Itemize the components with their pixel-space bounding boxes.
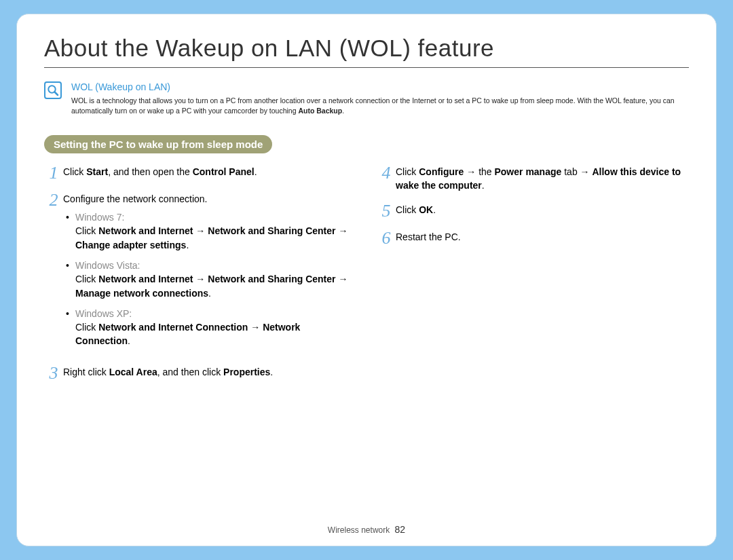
step-number: 3 xyxy=(44,365,63,382)
page-footer: Wireless network 82 xyxy=(17,524,716,535)
step-text: Restart the PC. xyxy=(396,229,689,244)
list-item: Windows Vista: Click Network and Interne… xyxy=(63,259,356,300)
step-number: 2 xyxy=(44,191,63,209)
step-number: 6 xyxy=(377,229,396,247)
manual-page: About the Wakeup on LAN (WOL) feature WO… xyxy=(16,14,717,546)
info-description: WOL is a technology that allows you to t… xyxy=(71,96,689,116)
step-3: 3 Right click Local Area, and then click… xyxy=(44,365,356,382)
step-text: Click OK. xyxy=(396,202,689,217)
page-title: About the Wakeup on LAN (WOL) feature xyxy=(44,35,689,68)
os-sublist: Windows 7: Click Network and Internet → … xyxy=(63,210,356,348)
step-4: 4 Click Configure → the Power manage tab… xyxy=(377,164,689,192)
page-number: 82 xyxy=(395,524,406,535)
list-item: Windows 7: Click Network and Internet → … xyxy=(63,210,356,252)
svg-line-1 xyxy=(55,92,58,96)
step-1: 1 Click Start, and then open the Control… xyxy=(44,164,356,182)
step-text: Configure the network connection. Window… xyxy=(63,191,356,354)
section-heading: Setting the PC to wake up from sleep mod… xyxy=(44,135,272,153)
info-heading: WOL (Wakeup on LAN) xyxy=(71,81,689,92)
left-column: 1 Click Start, and then open the Control… xyxy=(44,164,356,391)
step-text: Click Configure → the Power manage tab →… xyxy=(396,164,689,192)
step-number: 4 xyxy=(377,164,396,182)
step-6: 6 Restart the PC. xyxy=(377,229,689,247)
step-2: 2 Configure the network connection. Wind… xyxy=(44,191,356,354)
list-item: Windows XP: Click Network and Internet C… xyxy=(63,307,356,348)
step-number: 1 xyxy=(44,164,63,182)
step-text: Click Start, and then open the Control P… xyxy=(63,164,356,179)
right-column: 4 Click Configure → the Power manage tab… xyxy=(377,164,689,391)
steps-columns: 1 Click Start, and then open the Control… xyxy=(44,164,689,391)
footer-section: Wireless network xyxy=(328,525,390,535)
magnifier-icon xyxy=(44,81,62,99)
step-number: 5 xyxy=(377,202,396,220)
info-box: WOL (Wakeup on LAN) WOL is a technology … xyxy=(44,81,689,116)
step-5: 5 Click OK. xyxy=(377,202,689,220)
step-text: Right click Local Area, and then click P… xyxy=(63,365,356,379)
